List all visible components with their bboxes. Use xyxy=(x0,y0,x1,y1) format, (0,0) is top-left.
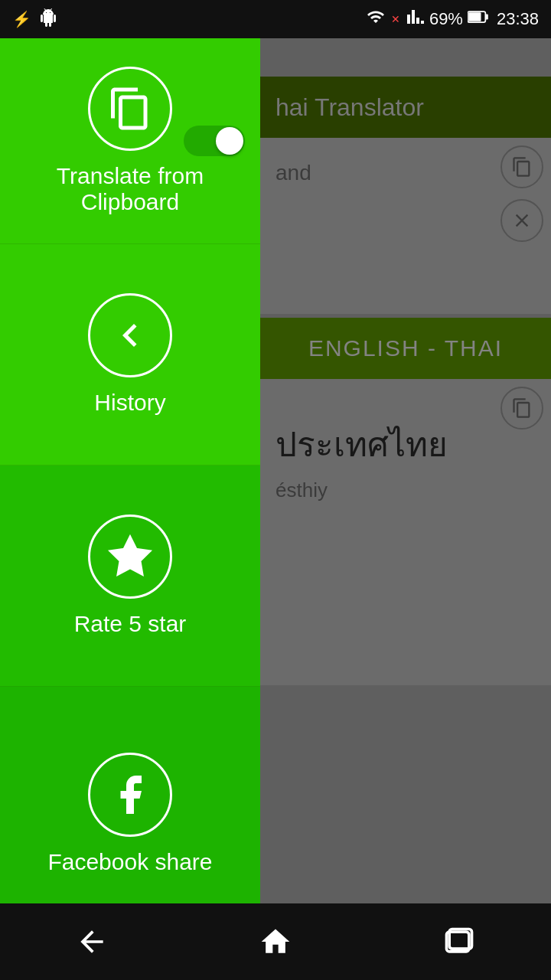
svg-rect-2 xyxy=(485,15,488,20)
clipboard-toggle[interactable] xyxy=(184,126,245,156)
history-label: History xyxy=(94,390,165,416)
status-bar-right: ✕ 69% 23:38 xyxy=(365,8,539,31)
signal-bars-icon xyxy=(406,8,425,31)
time-display: 23:38 xyxy=(497,9,539,29)
status-bar-left: ⚡ xyxy=(12,8,57,31)
facebook-label: Facebook share xyxy=(47,849,212,875)
bottom-navigation xyxy=(0,903,551,980)
android-icon xyxy=(39,8,57,31)
home-button[interactable] xyxy=(245,919,306,965)
signal-icon: ✕ xyxy=(391,13,400,25)
facebook-icon-circle xyxy=(88,753,172,837)
toggle-knob xyxy=(216,127,243,155)
clipboard-label: Translate fromClipboard xyxy=(57,163,204,215)
battery-text: 69% xyxy=(429,9,463,29)
clipboard-toggle-container xyxy=(184,126,245,156)
wifi-icon xyxy=(365,8,386,31)
usb-icon: ⚡ xyxy=(12,10,31,28)
star-icon-circle xyxy=(88,514,172,599)
svg-rect-1 xyxy=(468,12,481,21)
sidebar-history-section[interactable]: History xyxy=(0,244,260,466)
sidebar-clipboard-section[interactable]: Translate fromClipboard xyxy=(0,38,260,244)
status-bar: ⚡ ✕ 69% 23:38 xyxy=(0,0,551,38)
back-button[interactable] xyxy=(61,919,122,965)
sidebar-rate-section[interactable]: Rate 5 star xyxy=(0,466,260,687)
recents-button[interactable] xyxy=(429,919,490,965)
clipboard-icon-circle xyxy=(88,67,172,151)
rate-label: Rate 5 star xyxy=(74,611,187,637)
svg-marker-3 xyxy=(111,537,149,574)
sidebar: Translate fromClipboard History Rate 5 s… xyxy=(0,38,260,942)
battery-icon xyxy=(468,9,489,29)
history-icon-circle xyxy=(88,293,172,377)
